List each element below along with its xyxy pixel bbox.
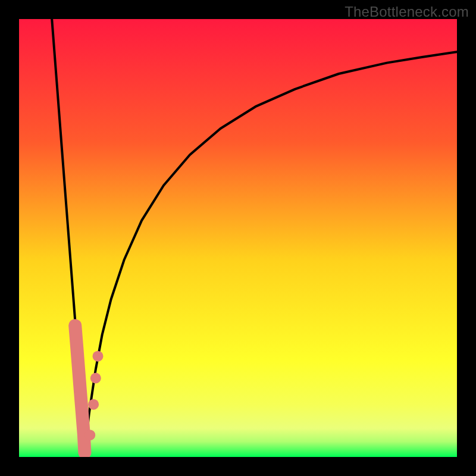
marker-dot <box>84 430 95 440</box>
marker-dot <box>88 399 99 410</box>
marker-dot <box>93 351 104 362</box>
chart-svg <box>19 19 457 457</box>
chart-frame: TheBottleneck.com <box>0 0 476 476</box>
plot-area <box>19 19 457 457</box>
marker-dot <box>90 373 101 384</box>
watermark-text: TheBottleneck.com <box>345 4 469 20</box>
